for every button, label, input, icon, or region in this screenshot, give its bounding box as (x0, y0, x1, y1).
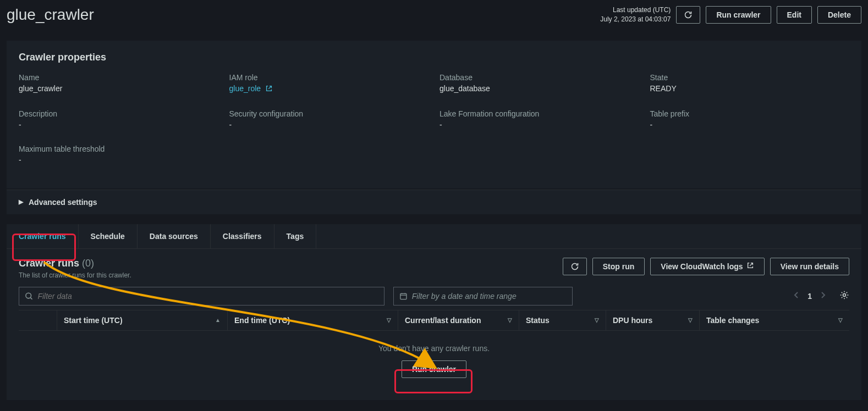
prop-value-security: - (229, 120, 429, 129)
sort-icon: ▽ (838, 317, 843, 323)
refresh-icon (570, 262, 579, 271)
caret-right-icon: ▶ (19, 198, 23, 206)
refresh-icon (684, 10, 693, 19)
view-cloudwatch-logs-button[interactable]: View CloudWatch logs (650, 258, 764, 275)
svg-point-2 (843, 294, 846, 297)
last-updated: Last updated (UTC) July 2, 2023 at 04:03… (600, 5, 671, 24)
advanced-settings-toggle[interactable]: ▶ Advanced settings (7, 190, 861, 214)
prop-label-state: State (650, 73, 850, 82)
last-updated-label: Last updated (UTC) (600, 5, 671, 15)
crawler-runs-section: Crawler runs (0) The list of crawler run… (7, 249, 861, 400)
page-number: 1 (807, 292, 812, 301)
runs-table-header: Start time (UTC) ▲ End time (UTC) ▽ Curr… (19, 310, 849, 331)
prop-value-description: - (19, 120, 218, 129)
sort-icon: ▽ (387, 317, 391, 323)
page-title: glue_crawler (7, 6, 94, 24)
prop-value-state: READY (650, 84, 850, 93)
page-next-button[interactable] (820, 291, 826, 301)
refresh-button[interactable] (676, 6, 700, 24)
iam-role-link[interactable]: glue_role (229, 84, 261, 93)
th-duration[interactable]: Current/last duration ▽ (398, 310, 519, 330)
th-dpu-hours[interactable]: DPU hours ▽ (606, 310, 700, 330)
panel-title: Crawler properties (19, 52, 849, 63)
prop-label-name: Name (19, 73, 218, 82)
delete-button[interactable]: Delete (817, 6, 861, 24)
prop-label-lakeformation: Lake Formation configuration (440, 109, 639, 118)
prop-label-security: Security configuration (229, 109, 429, 118)
tabs: Crawler runs Schedule Data sources Class… (7, 224, 861, 249)
external-link-icon (746, 262, 754, 271)
pagination: 1 (793, 290, 849, 302)
tab-tags[interactable]: Tags (274, 224, 317, 248)
th-start-time[interactable]: Start time (UTC) ▲ (57, 310, 228, 330)
prop-value-name: glue_crawler (19, 84, 218, 93)
run-crawler-button[interactable]: Run crawler (706, 6, 771, 24)
prop-label-iam: IAM role (229, 73, 429, 82)
prop-label-tableprefix: Table prefix (650, 109, 850, 118)
sort-asc-icon: ▲ (215, 317, 221, 323)
page-header: glue_crawler Last updated (UTC) July 2, … (0, 0, 868, 35)
last-updated-value: July 2, 2023 at 04:03:07 (600, 15, 671, 24)
advanced-settings-label: Advanced settings (29, 198, 97, 207)
calendar-icon (399, 292, 408, 301)
runs-subtitle: The list of crawler runs for this crawle… (19, 271, 131, 279)
settings-button[interactable] (839, 290, 849, 302)
prop-label-database: Database (440, 73, 639, 82)
filter-search[interactable] (19, 287, 384, 306)
edit-button[interactable]: Edit (777, 6, 812, 24)
page-prev-button[interactable] (793, 291, 800, 301)
view-run-details-button[interactable]: View run details (770, 258, 849, 275)
date-filter-placeholder: Filter by a date and time range (412, 292, 567, 301)
tab-crawler-runs[interactable]: Crawler runs (7, 224, 79, 248)
empty-run-crawler-button[interactable]: Run crawler (402, 360, 466, 378)
svg-point-0 (26, 293, 31, 298)
prop-label-maxthreshold: Maximum table threshold (19, 145, 218, 153)
th-status[interactable]: Status ▽ (519, 310, 606, 330)
sort-icon: ▽ (508, 317, 512, 323)
prop-value-maxthreshold: - (19, 155, 218, 164)
tab-classifiers[interactable]: Classifiers (211, 224, 274, 248)
empty-state: You don't have any crawler runs. Run cra… (19, 331, 849, 384)
prop-value-database: glue_database (440, 84, 639, 93)
crawler-properties-panel: Crawler properties Name glue_crawler IAM… (7, 41, 861, 188)
header-actions: Last updated (UTC) July 2, 2023 at 04:03… (600, 5, 861, 24)
prop-label-description: Description (19, 109, 218, 118)
sort-icon: ▽ (595, 317, 599, 323)
gear-icon (839, 290, 849, 300)
svg-rect-1 (400, 293, 406, 299)
filter-input[interactable] (37, 292, 378, 301)
th-end-time[interactable]: End time (UTC) ▽ (228, 310, 398, 330)
runs-count: (0) (82, 258, 94, 269)
external-link-icon (265, 85, 273, 94)
prop-value-lakeformation: - (440, 120, 639, 129)
tab-data-sources[interactable]: Data sources (138, 224, 211, 248)
runs-title: Crawler runs (19, 258, 79, 269)
prop-value-tableprefix: - (650, 120, 850, 129)
empty-message: You don't have any crawler runs. (19, 344, 849, 353)
sort-icon: ▽ (688, 317, 693, 323)
search-icon (25, 292, 33, 301)
runs-refresh-button[interactable] (563, 258, 587, 275)
stop-run-button[interactable]: Stop run (592, 258, 645, 275)
th-select (19, 310, 57, 330)
tab-schedule[interactable]: Schedule (79, 224, 138, 248)
date-filter[interactable]: Filter by a date and time range (393, 287, 573, 306)
th-table-changes[interactable]: Table changes ▽ (700, 310, 849, 330)
